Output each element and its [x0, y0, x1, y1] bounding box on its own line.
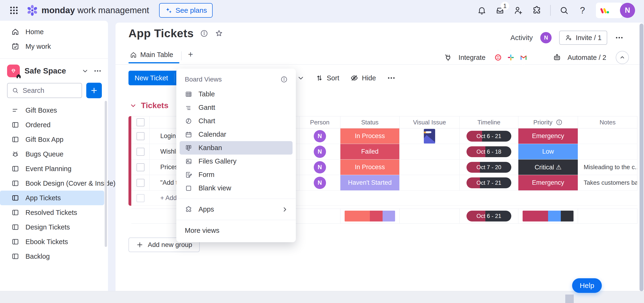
- timeline-column-header[interactable]: Timeline: [460, 116, 518, 128]
- tab-main-table[interactable]: Main Table: [128, 49, 180, 63]
- collapse-header-button[interactable]: [616, 51, 629, 64]
- status-cell[interactable]: Failed: [340, 144, 400, 159]
- sidebar-item-event-planning[interactable]: Event Planning: [0, 161, 104, 176]
- sort-button[interactable]: Sort: [316, 74, 339, 82]
- notes-cell[interactable]: [578, 128, 638, 144]
- workspace-more-options-icon[interactable]: [93, 67, 102, 75]
- see-plans-button[interactable]: See plans: [159, 3, 212, 18]
- visual-issue-cell[interactable]: [400, 175, 460, 190]
- menu-item-calendar[interactable]: Calendar: [180, 128, 292, 141]
- sidebar-item-backlog[interactable]: Backlog: [0, 249, 104, 264]
- person-column-header[interactable]: Person: [299, 116, 340, 128]
- search-icon[interactable]: [559, 5, 569, 15]
- account-area[interactable]: N: [596, 2, 635, 18]
- row-checkbox[interactable]: [136, 163, 144, 171]
- board-more-options-icon[interactable]: [615, 33, 624, 42]
- priority-cell[interactable]: Emergency: [518, 175, 578, 190]
- board-views-info-icon[interactable]: [280, 76, 288, 83]
- visual-issue-cell[interactable]: [400, 128, 460, 144]
- help-question-icon[interactable]: ?: [578, 5, 588, 15]
- visual-issue-cell[interactable]: [400, 144, 460, 159]
- integrate-label[interactable]: Integrate: [458, 54, 485, 61]
- user-avatar[interactable]: N: [620, 3, 635, 18]
- workspace-switcher[interactable]: Safe Space: [0, 62, 108, 79]
- inbox-icon[interactable]: 1: [495, 5, 505, 15]
- notes-cell[interactable]: Misleading to the c...: [578, 160, 638, 175]
- visual-issue-cell[interactable]: [400, 160, 460, 175]
- sidebar-item-design-tickets[interactable]: Design Tickets: [0, 220, 104, 235]
- notes-cell[interactable]: [578, 144, 638, 159]
- menu-item-files-gallery[interactable]: Files Gallery: [180, 155, 292, 168]
- toolbar-more-options-icon[interactable]: [387, 73, 396, 82]
- person-cell[interactable]: N: [299, 128, 340, 144]
- menu-item-kanban[interactable]: Kanban: [180, 141, 292, 155]
- status-cell[interactable]: Haven't Started: [340, 175, 400, 190]
- add-board-button[interactable]: [86, 83, 102, 98]
- summary-priority-cell[interactable]: [518, 209, 578, 223]
- person-filter-chevron-icon[interactable]: [297, 74, 304, 82]
- invite-button[interactable]: Invite / 1: [559, 31, 607, 45]
- person-cell[interactable]: N: [299, 144, 340, 159]
- priority-column-header[interactable]: Priority: [518, 116, 578, 128]
- board-info-icon[interactable]: [200, 29, 208, 38]
- help-button[interactable]: Help: [572, 278, 602, 293]
- invite-members-icon[interactable]: [514, 5, 523, 15]
- menu-item-form[interactable]: Form: [180, 168, 292, 181]
- status-column-header[interactable]: Status: [340, 116, 400, 128]
- priority-cell[interactable]: Emergency: [518, 128, 578, 144]
- menu-item-more-views[interactable]: More views: [176, 224, 296, 237]
- activity-label[interactable]: Activity: [510, 34, 533, 42]
- summary-timeline-cell[interactable]: Oct 6 - 21: [460, 209, 518, 223]
- activity-avatar[interactable]: N: [540, 32, 552, 43]
- menu-item-blank-view[interactable]: Blank view: [180, 181, 292, 195]
- priority-info-icon[interactable]: [556, 119, 563, 126]
- person-cell[interactable]: N: [299, 160, 340, 175]
- sidebar-scrollbar[interactable]: [105, 101, 107, 247]
- visual-issue-column-header[interactable]: Visual Issue: [400, 116, 460, 128]
- summary-status-cell[interactable]: [340, 209, 400, 223]
- status-cell[interactable]: In Process: [340, 160, 400, 175]
- add-view-tab-button[interactable]: +: [184, 49, 193, 59]
- timeline-cell[interactable]: Oct 7 - 21: [460, 175, 518, 190]
- horizontal-scrollbar-piece[interactable]: [565, 295, 574, 303]
- monday-logo[interactable]: monday work management: [26, 4, 149, 17]
- notifications-bell-icon[interactable]: [477, 6, 486, 15]
- apps-grid-icon[interactable]: [9, 5, 19, 15]
- notes-cell[interactable]: Takes customers ba...: [578, 175, 638, 190]
- menu-item-apps[interactable]: Apps: [180, 203, 292, 216]
- row-checkbox[interactable]: [136, 148, 144, 156]
- timeline-cell[interactable]: Oct 6 - 18: [460, 144, 518, 159]
- sidebar-search-input[interactable]: Search: [7, 83, 82, 98]
- person-cell[interactable]: N: [299, 175, 340, 190]
- priority-cell[interactable]: Critical ⚠: [518, 160, 578, 175]
- timeline-cell[interactable]: Oct 7 - 20: [460, 160, 518, 175]
- sidebar-item-home[interactable]: Home: [0, 24, 104, 39]
- sidebar-item-book-design[interactable]: Book Design (Cover & Inside): [0, 176, 104, 191]
- menu-item-chart[interactable]: Chart: [180, 114, 292, 128]
- sidebar-item-gift-box-app[interactable]: Gift Box App: [0, 132, 104, 147]
- priority-cell[interactable]: Low: [518, 144, 578, 159]
- apps-marketplace-icon[interactable]: [532, 5, 542, 15]
- sidebar-item-bugs-queue[interactable]: Bugs Queue: [0, 147, 104, 161]
- row-checkbox[interactable]: [136, 179, 144, 187]
- workspace-chevron-down-icon[interactable]: [82, 67, 89, 74]
- status-cell[interactable]: In Process: [340, 128, 400, 144]
- sidebar-item-gift-boxes[interactable]: Gift Boxes: [0, 103, 104, 118]
- menu-item-gantt[interactable]: Gantt: [180, 101, 292, 114]
- timeline-cell[interactable]: Oct 6 - 21: [460, 128, 518, 144]
- vertical-scrollbar[interactable]: [640, 23, 644, 291]
- menu-item-table[interactable]: Table: [180, 87, 292, 101]
- favorite-star-icon[interactable]: [214, 29, 224, 38]
- group-title[interactable]: Tickets: [141, 101, 168, 110]
- sidebar-item-ebook-tickets[interactable]: Ebook Tickets: [0, 235, 104, 249]
- sidebar-item-my-work[interactable]: My work: [0, 39, 104, 54]
- sidebar-item-resolved-tickets[interactable]: Resolved Tickets: [0, 205, 104, 220]
- visual-issue-thumbnail[interactable]: [424, 129, 435, 143]
- row-checkbox[interactable]: [136, 132, 144, 140]
- sidebar-item-ordered[interactable]: Ordered: [0, 118, 104, 132]
- automate-label[interactable]: Automate / 2: [568, 54, 606, 61]
- group-collapse-chevron-icon[interactable]: [130, 102, 137, 109]
- select-all-checkbox[interactable]: [136, 118, 144, 126]
- sidebar-item-app-tickets[interactable]: App Tickets: [0, 191, 104, 205]
- hide-button[interactable]: Hide: [350, 74, 376, 82]
